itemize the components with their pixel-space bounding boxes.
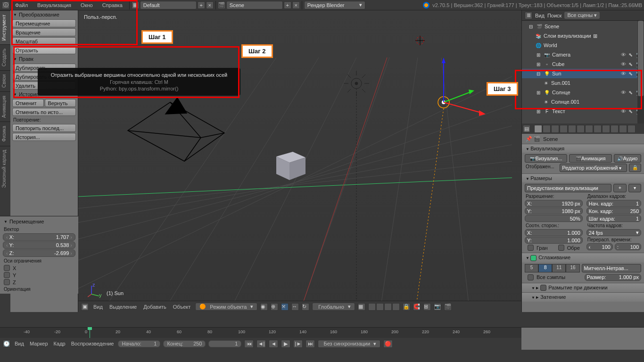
full-sample-checkbox[interactable] bbox=[528, 274, 534, 280]
constraint-x-checkbox[interactable] bbox=[4, 265, 10, 271]
res-y-field[interactable]: Y:1080 px bbox=[525, 207, 583, 214]
tl-menu-frame[interactable]: Кадр bbox=[52, 341, 67, 346]
mode-selector[interactable]: 🟠 Режим объекта ▾ bbox=[195, 303, 257, 311]
tab-object-icon[interactable] bbox=[568, 125, 576, 133]
play-icon[interactable]: ▶ bbox=[281, 340, 290, 348]
outliner-row-sun-001[interactable]: ☀Sun.001 bbox=[522, 78, 644, 88]
outliner-menu-view[interactable]: Вид bbox=[535, 13, 545, 18]
preset-menu-icon[interactable]: ▾ bbox=[628, 184, 641, 192]
lock-ui-icon[interactable]: 🔒 bbox=[629, 164, 641, 172]
menu-window[interactable]: Окно bbox=[76, 1, 98, 9]
snap-type-icon[interactable]: ⊞ bbox=[423, 303, 431, 311]
tab-create[interactable]: Создать bbox=[0, 44, 10, 70]
props-editor-icon[interactable]: ▤ bbox=[523, 125, 530, 132]
history-button[interactable]: История... bbox=[12, 133, 76, 141]
render-section-header[interactable]: Визуализация bbox=[522, 144, 644, 153]
outliner-row-world[interactable]: 🌐World bbox=[522, 41, 644, 50]
scene-add[interactable]: + bbox=[284, 1, 291, 9]
border-checkbox[interactable] bbox=[528, 245, 534, 251]
outliner-row--[interactable]: ⊞FТекст👁⬉📷 bbox=[522, 107, 644, 116]
vec-y-field[interactable]: Y:0.538 bbox=[3, 241, 75, 249]
dimensions-header[interactable]: Размеры bbox=[522, 174, 644, 182]
menu-file[interactable]: Файл bbox=[10, 1, 33, 9]
play-rev-icon[interactable]: ◄ bbox=[269, 340, 278, 348]
jump-start-icon[interactable]: ⏮ bbox=[244, 340, 254, 348]
layout-del[interactable]: × bbox=[206, 1, 214, 9]
frame-start-tl[interactable]: Начало:1 bbox=[118, 340, 160, 347]
frame-step-field[interactable]: Шаг кадра:1 bbox=[586, 215, 641, 222]
res-x-field[interactable]: X:1920 px bbox=[525, 200, 583, 207]
vp-menu-view[interactable]: Вид bbox=[91, 304, 105, 310]
render-button[interactable]: 📷Визуализ... bbox=[525, 154, 567, 163]
pivot-icon[interactable]: ⊕ bbox=[271, 303, 278, 311]
layout-icon[interactable]: ▦ bbox=[132, 1, 139, 9]
tab-render-icon[interactable] bbox=[534, 125, 542, 133]
outliner-row-sun[interactable]: ⊟💡Sun👁⬉📷 bbox=[522, 69, 644, 78]
tl-menu-view[interactable]: Вид bbox=[13, 341, 25, 346]
shading-icon[interactable]: ◉ bbox=[260, 303, 268, 311]
res-pct-field[interactable]: 50% bbox=[525, 215, 583, 222]
frame-end-tl[interactable]: Конец:250 bbox=[163, 340, 206, 347]
constraint-z-checkbox[interactable] bbox=[4, 279, 10, 285]
timeline-cursor[interactable] bbox=[90, 328, 90, 338]
sync-mode[interactable]: Без синхронизации ▾ bbox=[318, 340, 380, 348]
tab-relations[interactable]: Связи bbox=[0, 70, 10, 91]
undo-history-button[interactable]: Отменить по исто... bbox=[12, 108, 76, 116]
display-mode-selector[interactable]: Редактор изображений ▾ bbox=[560, 164, 627, 172]
keyframe-next-icon[interactable]: |► bbox=[293, 340, 303, 348]
op-panel-header[interactable]: Перемещение bbox=[1, 217, 77, 226]
frame-current-tl[interactable]: 1 bbox=[208, 340, 241, 347]
fps-field[interactable]: 24 fps▾ bbox=[586, 229, 641, 236]
tab-physics-icon[interactable] bbox=[627, 125, 636, 133]
render-audio-button[interactable]: 🔊Аудио bbox=[614, 154, 641, 163]
manipulator-icon[interactable]: ⤧ bbox=[281, 303, 289, 311]
vec-x-field[interactable]: X:1.707 bbox=[3, 233, 75, 241]
render-presets[interactable]: Предустановки визуализации bbox=[525, 184, 611, 192]
aspect-y-field[interactable]: Y:1.000 bbox=[525, 237, 583, 244]
timeline-ruler[interactable]: -40-200204060801001201401601802002202402… bbox=[0, 328, 521, 338]
tab-animation[interactable]: Анимация bbox=[0, 91, 10, 122]
tab-world-icon[interactable] bbox=[560, 125, 568, 133]
tab-particles-icon[interactable] bbox=[619, 125, 627, 133]
snap-icon[interactable]: 🧲 bbox=[413, 303, 421, 311]
outliner-scrollbar[interactable] bbox=[637, 21, 644, 123]
manip-t-icon[interactable]: ↔ bbox=[291, 303, 299, 311]
aa-filter-selector[interactable]: Митчелл-Нетрав... bbox=[582, 264, 642, 272]
constraint-y-checkbox[interactable] bbox=[4, 272, 10, 278]
aa-header[interactable]: Сглаживание bbox=[522, 253, 644, 263]
remap-old-field[interactable]: ‹100 bbox=[586, 243, 613, 250]
outliner-editor-icon[interactable]: ≣ bbox=[525, 12, 532, 19]
editor-type-icon[interactable]: ▣ bbox=[81, 303, 89, 311]
frame-start-field[interactable]: Нач. кадр:1 bbox=[586, 200, 641, 207]
scale-button[interactable]: Масштаб bbox=[12, 37, 76, 45]
rotate-button[interactable]: Вращение bbox=[12, 28, 76, 36]
translate-button[interactable]: Перемещение bbox=[12, 19, 76, 27]
vp-menu-select[interactable]: Выделение bbox=[107, 304, 139, 310]
crop-checkbox[interactable] bbox=[558, 245, 564, 251]
timeline-editor-icon[interactable]: 🕐 bbox=[3, 340, 10, 347]
pixel-filter-size[interactable]: Размер:1.000 px bbox=[585, 274, 642, 281]
tab-tools[interactable]: Инструмент bbox=[0, 10, 10, 44]
outliner-filter[interactable]: Все сцены ▾ bbox=[564, 12, 600, 19]
scene-del[interactable]: × bbox=[292, 1, 300, 9]
engine-selector[interactable]: Рендер Blender▾ bbox=[304, 1, 365, 9]
tab-texture-icon[interactable] bbox=[611, 125, 619, 133]
tl-menu-playback[interactable]: Воспроизведение bbox=[70, 341, 116, 346]
layers-icon[interactable]: ▦ bbox=[358, 303, 365, 311]
jump-end-icon[interactable]: ⏭ bbox=[305, 340, 315, 348]
transform-header[interactable]: Преобразование bbox=[10, 10, 78, 19]
scene-icon[interactable]: 🎬 bbox=[218, 1, 225, 9]
manip-r-icon[interactable]: ↻ bbox=[302, 303, 309, 311]
outliner-row--[interactable]: 📚Слои визуализации ⊞ bbox=[522, 31, 644, 41]
menu-help[interactable]: Справка bbox=[98, 1, 127, 9]
vp-menu-object[interactable]: Объект bbox=[171, 304, 192, 310]
remap-new-field[interactable]: :100 bbox=[615, 243, 641, 250]
render-anim-button[interactable]: 🎬Анимация bbox=[569, 154, 611, 163]
outliner-menu-search[interactable]: Поиск bbox=[547, 13, 561, 18]
clapboard-icon[interactable]: 🎬 bbox=[444, 303, 452, 311]
vec-z-field[interactable]: Z:-2.699 bbox=[3, 249, 75, 257]
mblur-header[interactable]: ▸ Размытие при движении bbox=[522, 283, 644, 293]
redo-button[interactable]: Вернуть bbox=[45, 99, 76, 107]
tab-modifiers-icon[interactable] bbox=[585, 125, 593, 133]
lock-icon[interactable]: 🔒 bbox=[403, 303, 410, 311]
